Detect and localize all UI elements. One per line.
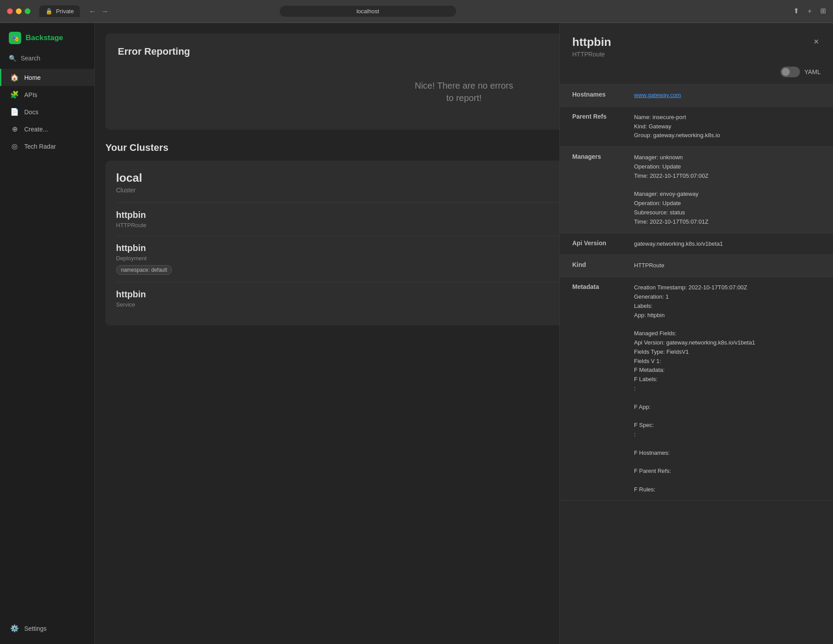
detail-row-metadata: Metadata Creation Timestamp: 2022-10-17T… [560, 277, 833, 501]
detail-title: httpbin [572, 35, 611, 49]
sidebar-item-create[interactable]: ⊕ Create... [0, 120, 94, 138]
resource-name: httpbin [116, 289, 146, 300]
detail-value-apiversion: gateway.networking.k8s.io/v1beta1 [630, 233, 833, 255]
detail-header: httpbin HTTPRoute × [560, 23, 833, 63]
detail-row-apiversion: Api Version gateway.networking.k8s.io/v1… [560, 233, 833, 255]
detail-value-metadata: Creation Timestamp: 2022-10-17T05:07:00Z… [630, 277, 833, 501]
detail-row-hostnames: Hostnames www.gateway.com [560, 85, 833, 107]
detail-key: Metadata [560, 277, 630, 501]
detail-key: Api Version [560, 233, 630, 255]
sidebar-item-label: Tech Radar [24, 143, 56, 150]
logo-text: Backstage [26, 34, 63, 42]
url-text: localhost [356, 8, 379, 15]
sidebar-item-home[interactable]: 🏠 Home [0, 69, 94, 86]
sidebar-item-docs[interactable]: 📄 Docs [0, 103, 94, 120]
search-icon: 🔍 [9, 55, 16, 62]
docs-icon: 📄 [10, 108, 19, 116]
sidebar-nav: 🏠 Home 🧩 APIs 📄 Docs ⊕ Create... ◎ Tech … [0, 69, 94, 613]
puzzle-icon: 🧩 [10, 90, 19, 99]
detail-key: Managers [560, 147, 630, 233]
detail-row-kind: Kind HTTPRoute [560, 255, 833, 277]
detail-key: Hostnames [560, 85, 630, 107]
tabs-icon[interactable]: ⊞ [820, 7, 826, 16]
resource-kind: Service [116, 301, 146, 308]
search-label: Search [21, 55, 40, 62]
traffic-light-green[interactable] [25, 8, 30, 14]
resource-kind: HTTPRoute [116, 222, 146, 228]
detail-value-parentrefs: Name: insecure-port Kind: Gateway Group:… [630, 106, 833, 146]
app-layout: 🎭 Backstage 🔍 Search 🏠 Home 🧩 APIs 📄 Doc… [0, 23, 833, 644]
main-content: Error Reporting Nice! There are no error… [95, 23, 833, 644]
new-tab-icon[interactable]: ＋ [806, 7, 813, 16]
yaml-toggle-switch[interactable] [780, 67, 800, 77]
resource-meta: namespace: default [116, 265, 172, 275]
detail-subtitle: HTTPRoute [572, 51, 611, 58]
resource-name: httpbin [116, 210, 146, 220]
create-icon: ⊕ [10, 125, 19, 133]
browser-actions: ⬆ ＋ ⊞ [793, 7, 826, 16]
settings-icon: ⚙️ [10, 624, 19, 633]
sidebar-item-tech-radar[interactable]: ◎ Tech Radar [0, 138, 94, 155]
toggle-thumb [782, 68, 790, 76]
detail-value-hostnames: www.gateway.com [630, 85, 833, 107]
detail-title-block: httpbin HTTPRoute [572, 35, 611, 58]
browser-chrome: 🔒 Private ← → localhost ⬆ ＋ ⊞ [0, 0, 833, 23]
hostname-link[interactable]: www.gateway.com [634, 92, 681, 98]
detail-key: Parent Refs [560, 106, 630, 146]
resource-name: httpbin [116, 243, 172, 253]
logo-icon: 🎭 [9, 32, 21, 44]
traffic-light-red[interactable] [7, 8, 13, 14]
browser-tab[interactable]: 🔒 Private [39, 5, 80, 17]
sidebar: 🎭 Backstage 🔍 Search 🏠 Home 🧩 APIs 📄 Doc… [0, 23, 95, 644]
sidebar-footer: ⚙️ Settings [0, 613, 94, 644]
detail-row-managers: Managers Manager: unknown Operation: Upd… [560, 147, 833, 233]
sidebar-search[interactable]: 🔍 Search [0, 51, 94, 65]
detail-key: Kind [560, 255, 630, 277]
traffic-light-yellow[interactable] [16, 8, 22, 14]
namespace-badge: namespace: default [116, 265, 172, 275]
sidebar-item-apis[interactable]: 🧩 APIs [0, 86, 94, 103]
sidebar-item-label: Home [24, 74, 41, 81]
detail-table: Hostnames www.gateway.com Parent Refs Na… [560, 84, 833, 501]
tab-icon: 🔒 [45, 8, 53, 15]
close-button[interactable]: × [812, 35, 821, 48]
resource-kind: Deployment [116, 255, 172, 262]
nav-back[interactable]: ← [89, 7, 96, 15]
share-icon[interactable]: ⬆ [793, 7, 799, 16]
sidebar-item-label: Create... [24, 126, 48, 133]
tab-label: Private [56, 8, 74, 15]
yaml-label: YAML [804, 68, 821, 75]
detail-value-kind: HTTPRoute [630, 255, 833, 277]
yaml-toggle-row: YAML [560, 63, 833, 84]
sidebar-logo[interactable]: 🎭 Backstage [0, 23, 94, 51]
sidebar-item-settings[interactable]: ⚙️ Settings [9, 620, 86, 637]
address-bar[interactable]: localhost [280, 6, 456, 17]
traffic-lights [7, 8, 30, 14]
nav-forward[interactable]: → [101, 7, 108, 15]
sidebar-item-label: Settings [24, 625, 47, 632]
radar-icon: ◎ [10, 142, 19, 150]
sidebar-item-label: Docs [24, 109, 38, 116]
detail-panel: httpbin HTTPRoute × YAML Hostnames www.g… [559, 23, 833, 644]
home-icon: 🏠 [10, 73, 19, 82]
detail-row-parentrefs: Parent Refs Name: insecure-port Kind: Ga… [560, 106, 833, 146]
sidebar-item-label: APIs [24, 91, 38, 98]
detail-value-managers: Manager: unknown Operation: Update Time:… [630, 147, 833, 233]
